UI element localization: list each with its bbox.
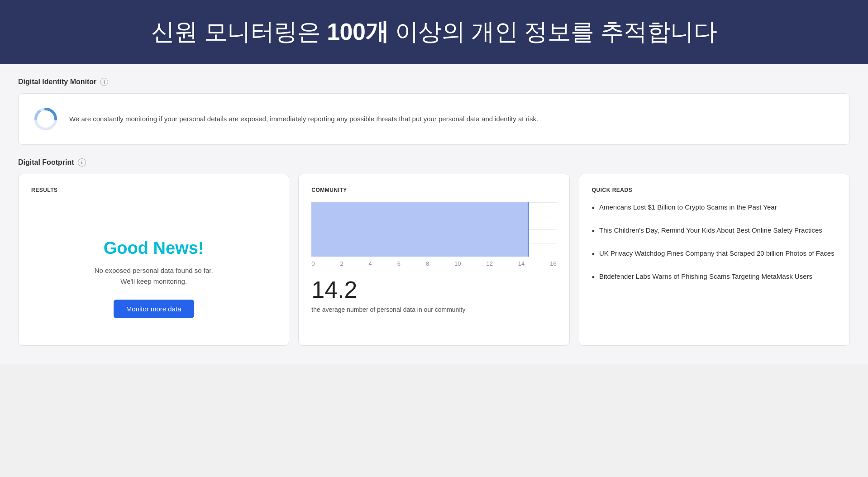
quick-reads-link-2[interactable]: This Children's Day, Remind Your Kids Ab… [599,225,822,238]
community-bar [311,202,529,257]
main-content: Digital Identity Monitor i We are consta… [0,64,868,364]
x-label-14: 14 [518,260,525,267]
good-news-text: Good News! [104,238,204,258]
quick-reads-list: • Americans Lost $1 Billion to Crypto Sc… [592,202,837,284]
list-item: • UK Privacy Watchdog Fines Company that… [592,248,837,261]
community-bar-chart: 0 2 4 6 8 10 12 14 16 [311,202,556,267]
digital-footprint-info-icon[interactable]: i [78,158,86,167]
monitor-description: We are constantly monitoring if your per… [69,114,538,124]
community-label: COMMUNITY [311,187,556,193]
x-label-8: 8 [426,260,429,267]
results-card: RESULTS Good News! No exposed personal d… [18,174,289,346]
community-card: COMMUNITY 0 [298,174,569,346]
list-item: • This Children's Day, Remind Your Kids … [592,225,837,238]
cards-row: RESULTS Good News! No exposed personal d… [18,174,850,346]
digital-footprint-section: Digital Footprint i RESULTS Good News! N… [18,158,850,346]
bullet-icon: • [592,202,595,215]
quick-reads-link-1[interactable]: Americans Lost $1 Billion to Crypto Scam… [599,202,777,215]
community-description: the average number of personal data in o… [311,305,556,315]
x-label-12: 12 [486,260,492,267]
quick-reads-card: QUICK READS • Americans Lost $1 Billion … [579,174,850,346]
x-label-6: 6 [397,260,401,267]
hero-text: 신원 모니터링은 100개 이상의 개인 정보를 추적합니다 [151,19,717,45]
x-label-16: 16 [550,260,556,267]
quick-reads-label: QUICK READS [592,187,837,193]
no-data-text: No exposed personal data found so far.We… [95,265,213,287]
spinner-icon [33,106,58,132]
digital-footprint-label: Digital Footprint [18,158,74,167]
community-average-value: 14.2 [311,278,556,301]
chart-area [311,202,556,257]
hero-banner: 신원 모니터링은 100개 이상의 개인 정보를 추적합니다 [0,0,868,64]
digital-identity-monitor-info-icon[interactable]: i [100,78,108,86]
digital-identity-monitor-section-title: Digital Identity Monitor i [18,78,850,86]
quick-reads-link-4[interactable]: Bitdefender Labs Warns of Phishing Scams… [599,272,812,284]
x-label-2: 2 [340,260,343,267]
bullet-icon: • [592,225,595,238]
chart-x-labels: 0 2 4 6 8 10 12 14 16 [311,260,556,267]
x-label-10: 10 [454,260,461,267]
bullet-icon: • [592,272,595,284]
bullet-icon: • [592,248,595,261]
x-label-4: 4 [369,260,372,267]
digital-identity-monitor-label: Digital Identity Monitor [18,78,96,86]
list-item: • Bitdefender Labs Warns of Phishing Sca… [592,272,837,284]
x-label-0: 0 [311,260,315,267]
digital-footprint-section-title: Digital Footprint i [18,158,850,167]
monitor-card: We are constantly monitoring if your per… [18,93,850,145]
quick-reads-link-3[interactable]: UK Privacy Watchdog Fines Company that S… [599,248,835,261]
monitor-more-button[interactable]: Monitor more data [114,300,194,318]
list-item: • Americans Lost $1 Billion to Crypto Sc… [592,202,837,215]
results-label: RESULTS [31,187,58,193]
